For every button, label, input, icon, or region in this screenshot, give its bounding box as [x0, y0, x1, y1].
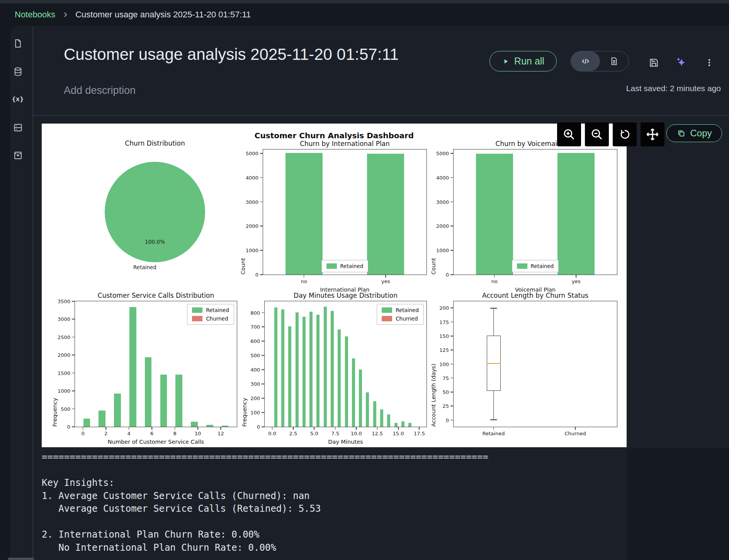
sidebar-item-variables[interactable]: {x}: [12, 93, 24, 105]
save-icon: [648, 57, 659, 68]
histogram-day-minutes: Day Minutes Usage DistributionFrequencyD…: [264, 301, 427, 427]
sidebar-item-files[interactable]: [12, 37, 24, 49]
zoom-in-button[interactable]: [557, 122, 581, 146]
panel-lower-right-background: [627, 448, 729, 560]
copy-label: Copy: [690, 128, 712, 139]
move-icon: [646, 127, 659, 141]
output-figure: Customer Churn Analysis Dashboard Churn …: [42, 124, 627, 447]
breadcrumb-notebooks-link[interactable]: Notebooks: [15, 10, 55, 20]
histogram-service-calls: Customer Service Calls DistributionFrequ…: [75, 301, 237, 427]
sidebar-item-storage[interactable]: [12, 121, 24, 134]
sidebar-item-import[interactable]: [12, 149, 24, 161]
last-saved-status: Last saved: 2 minutes ago: [626, 84, 721, 93]
document-view-toggle[interactable]: [600, 51, 629, 71]
copy-button[interactable]: Copy: [666, 124, 722, 142]
sidebar-divider: [32, 26, 33, 560]
console-output: ========================================…: [42, 451, 488, 554]
breadcrumb-current-page: Customer usage analysis 2025-11-20 01:57…: [75, 10, 251, 20]
figure-title: Customer Churn Analysis Dashboard: [42, 131, 627, 140]
reset-view-button[interactable]: [613, 122, 637, 146]
rotate-ccw-icon: [618, 128, 631, 141]
code-icon: [580, 56, 591, 66]
storage-icon: [13, 122, 23, 133]
pan-button[interactable]: [641, 122, 664, 146]
code-view-toggle[interactable]: [571, 51, 600, 71]
window-top-strip: [0, 0, 729, 3]
ai-assistant-button[interactable]: [675, 56, 688, 69]
svg-text:{x}: {x}: [12, 96, 23, 103]
copy-icon: [676, 129, 686, 138]
zoom-in-icon: [562, 128, 576, 141]
bar-chart-voicemail-plan: Churn by Voicemail PlanCountVoicemail Pl…: [453, 149, 617, 275]
save-button[interactable]: [647, 56, 660, 69]
zoom-out-icon: [590, 128, 603, 141]
header-divider: [33, 115, 729, 116]
run-all-label: Run all: [514, 56, 544, 67]
horizontal-scrollbar[interactable]: [8, 558, 34, 560]
document-icon: [609, 56, 619, 66]
more-options-button[interactable]: [703, 56, 716, 69]
chevron-right-icon: [61, 11, 69, 19]
breadcrumb: Notebooks Customer usage analysis 2025-1…: [0, 3, 729, 26]
bar-chart-international-plan: Churn by International PlanCountInternat…: [263, 149, 427, 275]
view-toggle: [571, 51, 629, 71]
add-description-button[interactable]: Add description: [64, 85, 136, 97]
file-icon: [13, 38, 23, 49]
database-icon: [13, 66, 23, 77]
notebook-title[interactable]: Customer usage analysis 2025-11-20 01:57…: [64, 45, 399, 64]
pie-chart-churn-distribution: Churn Distribution100.0%Retained: [96, 149, 214, 275]
run-all-button[interactable]: Run all: [489, 51, 557, 71]
sidebar-item-data[interactable]: [12, 65, 24, 78]
variables-icon: {x}: [12, 94, 23, 105]
notebook-panel: {x} Customer usage analysis 2025-11-20 0…: [10, 26, 729, 560]
sparkle-icon: [675, 56, 688, 69]
kebab-menu-icon: [704, 58, 714, 68]
play-icon: [502, 58, 510, 65]
boxplot-account-length: Account Length by Churn StatusAccount Le…: [453, 301, 617, 427]
import-box-icon: [13, 150, 23, 161]
zoom-out-button[interactable]: [585, 122, 609, 146]
